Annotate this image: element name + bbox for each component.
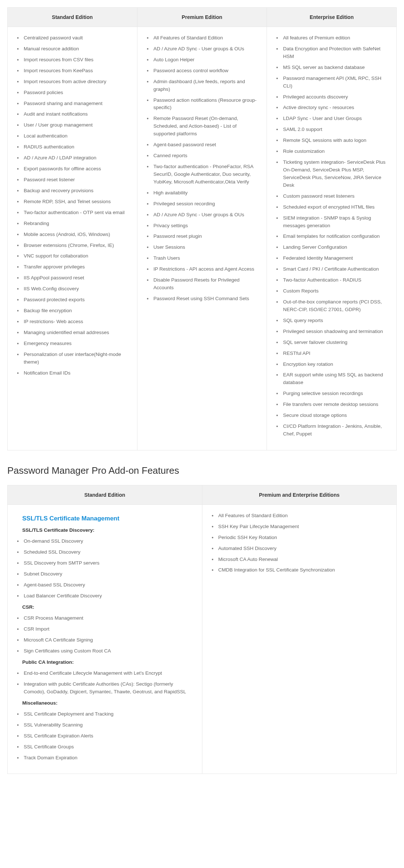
list-item: Password protected exports [22,296,128,304]
list-item: Privileged accounts discovery [281,93,388,101]
group-feature-list: On-demand SSL DiscoveryScheduled SSL Dis… [12,538,193,600]
list-item: IIS AppPool password reset [22,274,128,282]
list-item: Transfer approver privileges [22,263,128,271]
list-item: Integration with public Certificate Auth… [22,681,193,696]
list-item: Admin dashboard (Live feeds, reports and… [152,78,258,93]
list-item: Password Reset using SSH Command Sets [152,295,258,303]
list-item: Active directory sync - resources [281,104,388,112]
list-item: Two-factor Authentication - RADIUS [281,276,388,284]
list-item: Privileged session recording [152,200,258,208]
list-item: VNC support for collaboration [22,252,128,260]
list-item: Browser extensions (Chrome, Firefox, IE) [22,242,128,249]
list-item: Custom password reset listeners [281,193,388,200]
list-item: Password reset plugin [152,233,258,240]
list-item: Export passwords for offline access [22,165,128,173]
list-item: Automated SSH Discovery [217,545,388,553]
addon-header-premium-enterprise: Premium and Enterprise Editions [202,485,397,504]
addon-premium-enterprise-cell: All Features of Standard EditionSSH Key … [202,504,397,774]
list-item: Personalization of user interface(Night-… [22,351,128,366]
list-item: IP restrictions- Web access [22,318,128,326]
list-item: Load Balancer Certificate Discovery [22,592,193,600]
list-item: RESTful API [281,350,388,357]
editions-comparison-table: Standard Edition Premium Edition Enterpr… [7,7,397,450]
list-item: Sign Certificates using Custom Root CA [22,647,193,655]
group-feature-list: End-to-end Certificate Lifecycle Managem… [12,670,193,696]
list-item: AD / Azure AD / LDAP integration [22,154,128,162]
list-item: Two-factor authentication - OTP sent via… [22,209,128,217]
addon-comparison-table: Standard Edition Premium and Enterprise … [7,485,397,774]
list-item: Privileged session shadowing and termina… [281,328,388,336]
list-item: All Features of Standard Edition [152,34,258,42]
list-item: Password policies [22,89,128,97]
list-item: Notification Email IDs [22,369,128,377]
list-item: LDAP Sync - User and User Groups [281,115,388,123]
list-item: Rebranding [22,220,128,228]
list-item: Data Encryption and Protection with Safe… [281,45,388,61]
list-item: Remote Password Reset (On-demand, Schedu… [152,115,258,138]
group-feature-list: CSR Process ManagementCSR ImportMicrosof… [12,615,193,655]
list-item: EAR support while using MS SQL as backen… [281,371,388,387]
list-item: Subnet Discovery [22,570,193,578]
list-item: Backup and recovery provisions [22,187,128,195]
list-item: Trash Users [152,255,258,262]
list-item: SSL Certificate Deployment and Tracking [22,710,193,718]
list-item: AD / Azure AD Sync - User groups & OUs [152,45,258,53]
list-item: Backup file encryption [22,307,128,315]
list-item: SSL Certificate Expiration Alerts [22,732,193,740]
list-item: Centralized password vault [22,34,128,42]
list-item: Encryption key rotation [281,361,388,368]
list-item: CMDB Integration for SSL Certificate Syn… [217,566,388,574]
list-item: IIS Web.Config discovery [22,285,128,293]
list-item: High availability [152,189,258,197]
ssl-tls-heading: SSL/TLS Certificate Management [22,515,193,522]
addon-section-heading: Password Manager Pro Add-on Features [7,465,397,476]
enterprise-feature-list: All features of Premium editionData Encr… [271,34,388,438]
list-item: Canned reports [152,152,258,160]
list-item: Local authentication [22,132,128,140]
group-label: CSR: [22,604,193,611]
list-item: Federated Identity Management [281,255,388,262]
list-item: SIEM integration - SNMP traps & Syslog m… [281,214,388,230]
group-label: Miscellaneous: [22,700,193,707]
header-enterprise: Enterprise Edition [267,8,397,27]
list-item: SQL query reports [281,317,388,325]
list-item: MS SQL server as backend database [281,64,388,71]
list-item: Privacy settings [152,222,258,230]
list-item: Password reset listener [22,176,128,184]
list-item: All Features of Standard Edition [217,512,388,520]
list-item: Two-factor authentication - PhoneFactor,… [152,163,258,186]
list-item: Landing Server Configuration [281,244,388,251]
list-item: Agent-based SSL Discovery [22,581,193,589]
list-item: CSR Process Management [22,615,193,622]
list-item: SSL Vulnerability Scanning [22,721,193,729]
list-item: SQL server failover clustering [281,339,388,346]
list-item: Remote SQL sessions with auto logon [281,137,388,144]
addon-header-standard: Standard Edition [8,485,202,504]
list-item: Emergency measures [22,340,128,348]
list-item: SAML 2.0 support [281,126,388,133]
list-item: Audit and instant notifications [22,111,128,118]
list-item: Track Domain Expiration [22,754,193,762]
list-item: Smart Card / PKI / Certificate Authentic… [281,266,388,273]
list-item: Disable Password Resets for Privileged A… [152,276,258,292]
standard-feature-list: Centralized password vaultManual resourc… [12,34,128,377]
list-item: SSL Certificate Groups [22,743,193,751]
list-item: Out-of-the-box compliance reports (PCI D… [281,298,388,314]
enterprise-features-cell: All features of Premium editionData Encr… [267,27,397,450]
list-item: CI/CD Platform Integration - Jenkins, An… [281,423,388,438]
list-item: Password management API (XML RPC, SSH CL… [281,75,388,90]
list-item: Role customization [281,148,388,155]
list-item: CSR Import [22,625,193,633]
list-item: RADIUS authentication [22,143,128,151]
list-item: Import resources from CSV files [22,56,128,64]
standard-features-cell: Centralized password vaultManual resourc… [8,27,137,450]
list-item: User / User group management [22,121,128,129]
list-item: Email templates for notification configu… [281,233,388,240]
list-item: IP Restrictions - API access and Agent A… [152,266,258,273]
group-label: Public CA Integration: [22,659,193,666]
list-item: Password action notifications (Resource … [152,97,258,112]
group-feature-list: SSL Certificate Deployment and TrackingS… [12,710,193,762]
list-item: Secure cloud storage options [281,412,388,419]
list-item: End-to-end Certificate Lifecycle Managem… [22,670,193,677]
list-item: Periodic SSH Key Rotation [217,534,388,542]
